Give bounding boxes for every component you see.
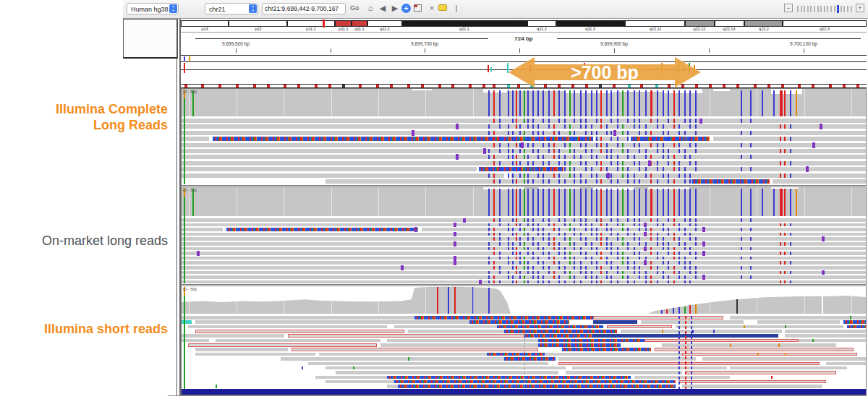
panel-illumina-complete-long-reads[interactable]: [0 - 50] xyxy=(181,88,867,186)
coverage-variant-column xyxy=(574,189,575,216)
insertion-mark xyxy=(456,124,459,129)
read-mismatch-tick xyxy=(591,155,592,159)
zoom-slider-tick[interactable] xyxy=(797,6,799,12)
read-mismatch-tick xyxy=(650,233,652,236)
read-mismatch-tick xyxy=(678,261,680,265)
read-mismatch-tick xyxy=(622,228,624,231)
read-mismatch-tick xyxy=(684,280,686,284)
coverage-gridline xyxy=(615,187,616,216)
read-mismatch-tick xyxy=(678,237,680,241)
back-icon[interactable]: ◀ xyxy=(377,2,388,14)
panel-illumina-short-reads[interactable]: [0 - 50] xyxy=(181,286,867,395)
read-segment xyxy=(479,167,563,171)
read-segment xyxy=(182,143,866,147)
read-mismatch-tick xyxy=(574,242,575,246)
zoom-slider-tick[interactable] xyxy=(843,6,845,12)
read-mismatch-tick xyxy=(516,161,517,166)
zoom-slider-tick[interactable] xyxy=(820,6,822,12)
insertion-mark xyxy=(456,154,459,160)
zoom-slider-tick[interactable] xyxy=(804,6,805,12)
read-mismatch-tick xyxy=(634,237,635,241)
zoom-slider-tick[interactable] xyxy=(810,6,812,12)
read-mismatch-tick xyxy=(673,143,675,147)
read-mismatch-tick xyxy=(617,271,618,275)
read-segment xyxy=(195,353,315,356)
read-mismatch-tick xyxy=(524,280,525,284)
genome-select[interactable]: Human hg38 ▲▼ xyxy=(127,3,179,14)
read-segment xyxy=(326,366,566,370)
read-mismatch-tick xyxy=(663,261,664,265)
zoom-slider-tick[interactable] xyxy=(851,6,852,12)
read-mismatch-tick xyxy=(617,233,618,236)
genome-select-stepper-icon[interactable]: ▲▼ xyxy=(169,4,177,13)
zoom-slider-tick[interactable] xyxy=(841,6,842,12)
read-mismatch-tick xyxy=(493,266,495,270)
read-mismatch-tick xyxy=(657,271,658,275)
chromosome-select-stepper-icon[interactable]: ▲▼ xyxy=(249,4,257,13)
zoom-slider-tick[interactable] xyxy=(824,6,825,12)
read-mismatch-tick xyxy=(600,161,602,166)
read-mismatch-tick xyxy=(488,275,490,279)
go-button[interactable]: Go xyxy=(350,4,359,12)
read-mismatch-tick xyxy=(684,257,686,260)
read-mismatch-tick xyxy=(542,137,544,141)
fit-window-icon[interactable]: × xyxy=(426,2,438,14)
coverage-variant-column xyxy=(558,189,560,216)
read-mismatch-tick xyxy=(692,330,694,333)
read-mismatch-tick xyxy=(639,266,640,270)
zoom-slider-tick[interactable] xyxy=(827,6,828,12)
read-mismatch-tick xyxy=(634,161,635,166)
panel-on-market-long-reads[interactable]: [0 - 50] xyxy=(181,186,867,285)
zoom-slider-tick[interactable] xyxy=(837,5,839,13)
read-mismatch-tick xyxy=(564,247,566,251)
read-mismatch-tick xyxy=(596,233,597,236)
forward-icon[interactable]: ▶ xyxy=(389,2,401,14)
read-mismatch-tick xyxy=(634,173,635,178)
read-mismatch-tick xyxy=(524,247,525,251)
zoom-slider-tick[interactable] xyxy=(801,6,802,12)
read-mismatch-tick xyxy=(408,357,409,361)
locus-input[interactable] xyxy=(262,3,346,14)
coverage-variant-column xyxy=(606,90,608,116)
zoom-slider-tick[interactable] xyxy=(817,6,819,12)
zoom-slider-tick[interactable] xyxy=(807,6,809,12)
zoom-in-button[interactable]: + xyxy=(856,4,864,12)
coverage-variant-column xyxy=(527,189,529,216)
read-mismatch-tick xyxy=(657,124,658,129)
read-mismatch-tick xyxy=(488,167,490,171)
read-mismatch-tick xyxy=(790,252,791,255)
coverage-variant-column xyxy=(639,189,640,216)
panel-divider[interactable] xyxy=(176,19,177,395)
zoom-slider-tick[interactable] xyxy=(814,6,815,12)
read-mismatch-tick xyxy=(684,261,686,265)
zoom-slider-tick[interactable] xyxy=(847,6,848,12)
zoom-out-button[interactable]: − xyxy=(784,4,793,12)
coverage-variant-column xyxy=(617,189,618,216)
read-mismatch-tick xyxy=(574,119,575,123)
read-mismatch-tick xyxy=(542,155,544,159)
region-tool-icon[interactable] xyxy=(414,4,422,12)
read-mismatch-tick xyxy=(645,242,647,246)
read-mismatch-tick xyxy=(600,167,602,171)
pan-tool-icon[interactable]: + xyxy=(401,4,411,13)
read-mismatch-tick xyxy=(622,173,624,178)
read-mismatch-tick xyxy=(695,223,697,227)
coverage-variant-column xyxy=(600,90,602,116)
read-mismatch-tick xyxy=(610,218,612,222)
chromosome-select[interactable]: chr21 ▲▼ xyxy=(205,3,258,14)
read-segment xyxy=(308,362,548,366)
zoom-slider-tick[interactable] xyxy=(830,6,832,12)
read-mismatch-tick xyxy=(741,155,742,159)
read-mismatch-tick xyxy=(519,131,521,135)
tooltip-icon[interactable] xyxy=(438,4,447,11)
home-icon[interactable]: ⌂ xyxy=(365,2,376,14)
genome-select-value: Human hg38 xyxy=(131,6,169,13)
read-mismatch-tick xyxy=(493,228,495,231)
read-mismatch-tick xyxy=(569,257,571,260)
read-mismatch-tick xyxy=(627,218,629,222)
read-mismatch-tick xyxy=(606,223,608,227)
data-panel[interactable]: p13p12p11.2p11.1q11.1q11.2q21.1q21.2q21.… xyxy=(179,19,868,396)
zoom-slider-tick[interactable] xyxy=(834,6,835,12)
coverage-variant-column xyxy=(650,189,652,216)
read-mismatch-tick xyxy=(596,218,597,222)
